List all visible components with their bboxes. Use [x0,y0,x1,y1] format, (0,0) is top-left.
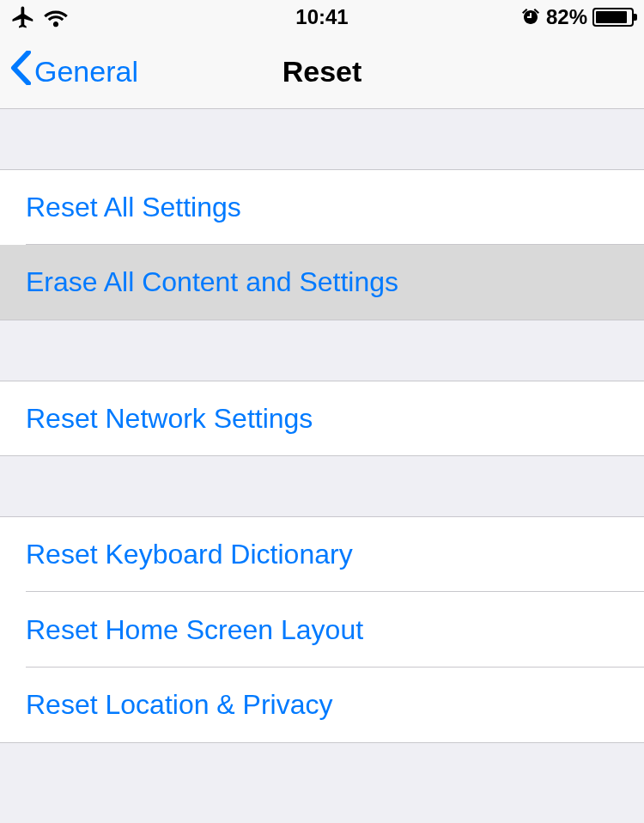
spacer [0,109,644,169]
cell-label: Reset Home Screen Layout [26,614,363,646]
back-label: General [34,55,138,88]
page-title: Reset [283,55,362,88]
airplane-icon [10,4,36,30]
wifi-icon [43,7,69,27]
reset-location-and-privacy[interactable]: Reset Location & Privacy [0,668,644,743]
cell-label: Reset Location & Privacy [26,689,333,721]
cell-label: Reset All Settings [26,192,241,223]
spacer [0,320,644,381]
cell-label: Erase All Content and Settings [26,266,398,298]
battery-percent: 82% [546,5,587,29]
status-bar: 10:41 82% [0,0,644,34]
back-button[interactable]: General [10,51,138,92]
spacer [0,456,644,516]
nav-bar: General Reset [0,34,644,109]
status-time: 10:41 [295,5,348,29]
status-right: 82% [520,5,634,29]
reset-home-screen-layout[interactable]: Reset Home Screen Layout [0,592,644,668]
erase-all-content-and-settings[interactable]: Erase All Content and Settings [0,245,644,320]
cell-label: Reset Keyboard Dictionary [26,539,353,570]
reset-network-settings[interactable]: Reset Network Settings [0,381,644,456]
status-left [10,4,69,30]
alarm-icon [520,7,541,27]
chevron-left-icon [10,51,31,92]
battery-icon [592,8,634,27]
reset-keyboard-dictionary[interactable]: Reset Keyboard Dictionary [0,516,644,592]
cell-label: Reset Network Settings [26,403,313,435]
reset-all-settings[interactable]: Reset All Settings [0,169,644,245]
